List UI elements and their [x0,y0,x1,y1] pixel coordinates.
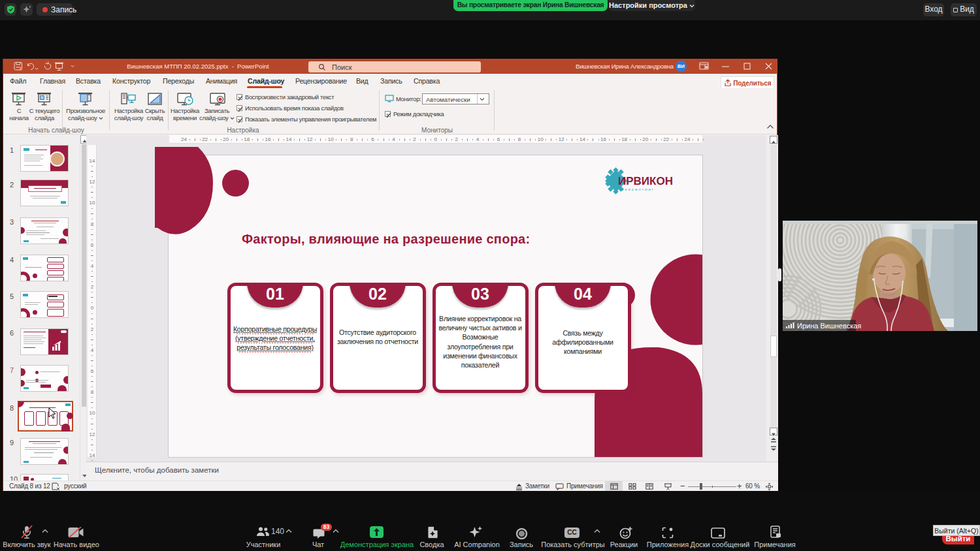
svg-text:консалтинг: консалтинг [622,187,655,191]
svg-text:ИРВИКОН: ИРВИКОН [618,175,673,187]
svg-text:Ирина Вишневская: Ирина Вишневская [797,322,861,330]
